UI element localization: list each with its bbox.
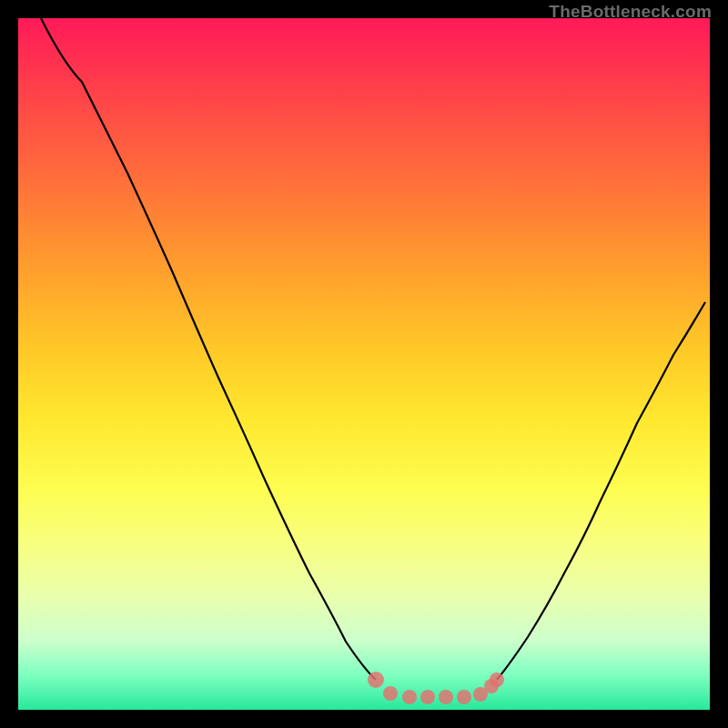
curve-right <box>497 302 705 680</box>
dot <box>368 672 384 688</box>
dot <box>402 690 417 704</box>
dot <box>439 690 453 704</box>
chart-svg <box>18 18 710 710</box>
dot <box>383 686 398 701</box>
dot <box>490 672 504 687</box>
dot-trail <box>368 672 504 704</box>
chart-gradient-area <box>18 18 710 710</box>
dot <box>420 690 435 704</box>
dot <box>457 690 471 704</box>
curve-left <box>41 18 376 680</box>
